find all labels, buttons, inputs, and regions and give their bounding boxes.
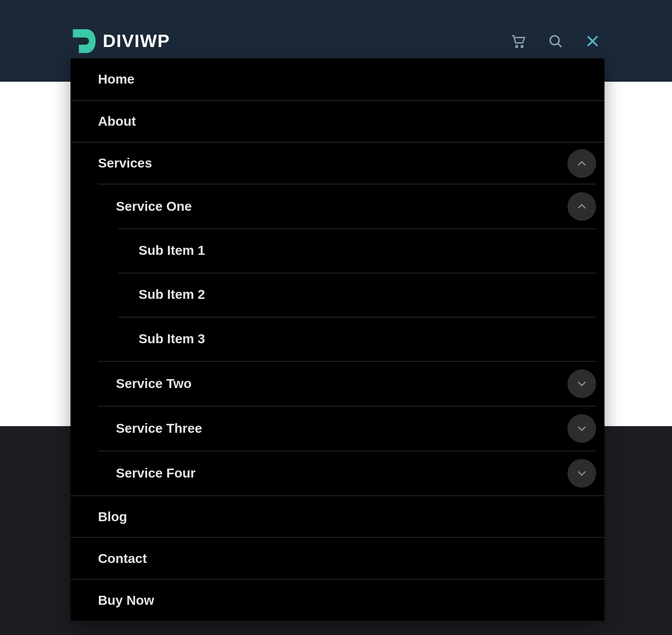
nav-item-label: Sub Item 3 [136,331,208,347]
svg-point-2 [550,35,559,44]
logo-text: DIVIWP [103,31,170,51]
nav-item-service-one[interactable]: Service One [71,184,604,229]
nav-item-buy-now[interactable]: Buy Now [71,579,604,621]
nav-item-blog[interactable]: Blog [71,495,604,537]
nav-item-contact[interactable]: Contact [71,537,604,579]
svg-point-1 [521,45,523,47]
search-icon[interactable] [547,32,564,50]
nav-item-label: Sub Item 1 [136,243,208,259]
close-icon[interactable] [584,32,601,50]
nav-item-label: Service Two [113,376,194,391]
app-canvas: DIVIWP [0,0,672,635]
chevron-down-icon [577,425,587,431]
svg-line-3 [558,43,561,47]
nav-item-label: About [96,114,138,129]
nav-item-label: Services [96,156,155,171]
expand-toggle[interactable] [567,414,596,442]
chevron-down-icon [577,381,587,387]
collapse-toggle[interactable] [567,192,596,220]
nav-item-label: Sub Item 2 [136,287,208,303]
chevron-up-icon [577,160,587,166]
nav-item-sub-3[interactable]: Sub Item 3 [71,317,604,361]
svg-point-0 [516,45,517,47]
nav-item-label: Service Four [113,465,198,481]
nav-item-label: Service Three [113,420,205,436]
chevron-down-icon [577,470,587,476]
nav-item-service-three[interactable]: Service Three [71,406,604,451]
nav-item-label: Contact [96,551,149,566]
nav-item-label: Home [96,72,137,87]
nav-item-label: Service One [113,198,194,214]
chevron-up-icon [577,203,587,209]
nav-item-service-two[interactable]: Service Two [71,361,604,406]
header-actions [510,32,601,50]
nav-item-home[interactable]: Home [71,59,604,100]
nav-item-sub-2[interactable]: Sub Item 2 [71,273,604,317]
expand-toggle[interactable] [567,459,596,487]
cart-icon[interactable] [510,32,528,50]
logo-mark-icon [71,26,98,55]
nav-item-label: Blog [96,509,130,525]
expand-toggle[interactable] [567,369,596,398]
collapse-toggle[interactable] [567,149,596,178]
mobile-nav-menu: Home About Services Service One Sub Item… [71,59,604,621]
nav-item-about[interactable]: About [71,100,604,142]
nav-item-sub-1[interactable]: Sub Item 1 [71,229,604,273]
site-logo[interactable]: DIVIWP [71,26,170,55]
nav-item-label: Buy Now [96,592,156,608]
nav-item-services[interactable]: Services [71,142,604,184]
nav-item-service-four[interactable]: Service Four [71,451,604,495]
